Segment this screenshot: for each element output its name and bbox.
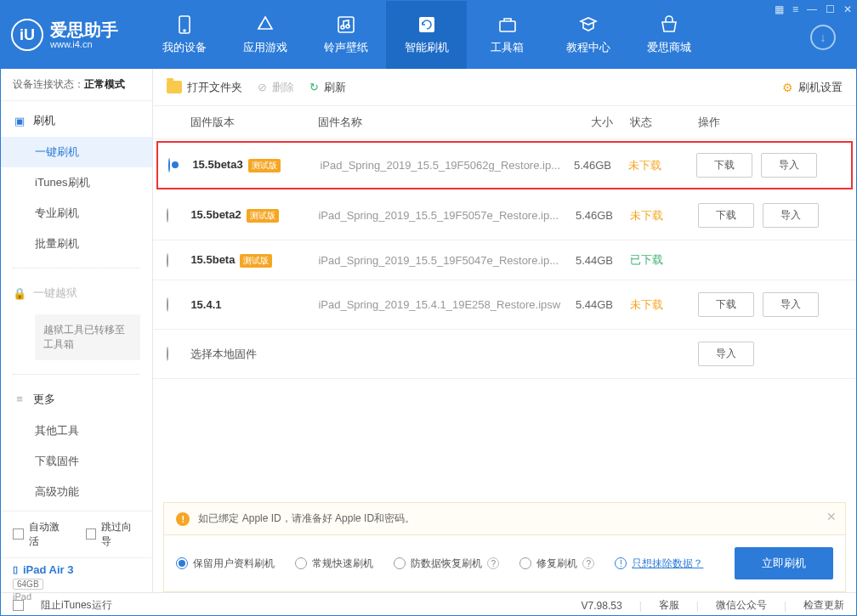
sidebar-batch[interactable]: 批量刷机 <box>1 229 152 259</box>
download-button[interactable]: 下载 <box>696 153 752 178</box>
minimize-icon[interactable]: — <box>807 3 817 15</box>
erase-link[interactable]: !只想抹除数据？ <box>615 557 703 571</box>
menu-icon[interactable]: ≡ <box>792 3 798 15</box>
row-status: 已下载 <box>630 252 698 268</box>
svg-point-1 <box>184 30 185 31</box>
more-icon: ≡ <box>13 393 26 406</box>
row-actions: 下载导入 <box>698 203 843 228</box>
th-size: 大小 <box>562 115 630 130</box>
import-button[interactable]: 导入 <box>763 203 819 228</box>
radio-icon <box>176 557 188 569</box>
row-radio[interactable] <box>167 297 168 312</box>
table-row[interactable]: 15.5beta2测试版iPad_Spring_2019_15.5_19F505… <box>153 191 856 240</box>
tab-flash[interactable]: 智能刷机 <box>386 1 467 69</box>
download-indicator[interactable]: ↓ <box>810 25 836 50</box>
gear-icon: ⚙ <box>782 81 793 94</box>
sidebar-download-fw[interactable]: 下载固件 <box>1 446 152 477</box>
service-link[interactable]: 客服 <box>659 598 679 613</box>
row-version: 15.5beta2测试版 <box>190 208 318 223</box>
sidebar-head-flash[interactable]: ▣刷机 <box>1 105 152 137</box>
flash-mode-row: 保留用户资料刷机 常规快速刷机 防数据恢复刷机? 修复刷机? !只想抹除数据？ … <box>163 535 846 592</box>
import-button[interactable]: 导入 <box>698 342 754 366</box>
check-update-link[interactable]: 检查更新 <box>803 598 844 613</box>
sidebar-oneclick[interactable]: 一键刷机 <box>1 137 152 167</box>
row-filename: iPad_Spring_2019_15.5_19F5062g_Restore.i… <box>320 159 560 172</box>
close-icon[interactable]: ✕ <box>843 3 852 15</box>
import-button[interactable]: 导入 <box>761 153 817 178</box>
mode-keep-data[interactable]: 保留用户资料刷机 <box>176 557 275 571</box>
th-action: 操作 <box>698 115 843 130</box>
tab-apps[interactable]: 应用游戏 <box>224 1 305 69</box>
table-header: 固件版本 固件名称 大小 状态 操作 <box>153 106 856 139</box>
row-radio[interactable] <box>167 253 168 268</box>
folder-icon <box>167 81 182 93</box>
row-version: 15.5beta3测试版 <box>192 158 320 172</box>
row-filename: iPad_Spring_2019_15.4.1_19E258_Restore.i… <box>318 298 562 311</box>
firmware-list: 15.5beta3测试版iPad_Spring_2019_15.5_19F506… <box>153 139 856 379</box>
mode-anti-recover[interactable]: 防数据恢复刷机? <box>394 557 499 571</box>
header: iU 爱思助手 www.i4.cn 我的设备 应用游戏 铃声壁纸 智能刷机 工具… <box>1 1 856 69</box>
flash-icon: ▣ <box>13 114 26 127</box>
table-row[interactable]: 选择本地固件导入 <box>153 330 856 379</box>
row-actions: 下载导入 <box>698 292 843 317</box>
lock-icon: 🔒 <box>13 286 26 300</box>
download-button[interactable]: 下载 <box>698 203 754 228</box>
flash-now-button[interactable]: 立即刷机 <box>735 547 833 579</box>
row-size: 5.44GB <box>562 298 630 311</box>
mode-normal[interactable]: 常规快速刷机 <box>295 557 373 571</box>
block-itunes-checkbox[interactable] <box>13 600 24 611</box>
row-version: 15.5beta测试版 <box>190 253 318 268</box>
tab-store[interactable]: 爱思商城 <box>628 1 709 69</box>
sidebar: 设备连接状态：正常模式 ▣刷机 一键刷机 iTunes刷机 专业刷机 批量刷机 … <box>1 69 153 592</box>
sidebar-advanced[interactable]: 高级功能 <box>1 477 152 507</box>
table-row[interactable]: 15.5beta3测试版iPad_Spring_2019_15.5_19F506… <box>156 141 853 189</box>
skip-guide-checkbox[interactable] <box>86 528 97 540</box>
maximize-icon[interactable]: ☐ <box>826 3 835 15</box>
device-capacity: 64GB <box>13 579 43 590</box>
tab-tutorial[interactable]: 教程中心 <box>548 1 628 69</box>
row-size: 5.44GB <box>562 254 630 267</box>
mode-repair[interactable]: 修复刷机? <box>519 557 594 571</box>
row-radio[interactable] <box>167 208 168 223</box>
row-status: 未下载 <box>628 158 696 173</box>
radio-icon <box>295 557 307 569</box>
main-panel: 打开文件夹 ⊘删除 ↻刷新 ⚙刷机设置 固件版本 固件名称 大小 状态 操作 1… <box>153 69 856 592</box>
sidebar-pro[interactable]: 专业刷机 <box>1 198 152 229</box>
th-name: 固件名称 <box>318 115 562 130</box>
open-folder-button[interactable]: 打开文件夹 <box>167 80 242 95</box>
auto-options: 自动激活 跳过向导 <box>1 511 152 557</box>
grid-icon[interactable]: ▦ <box>775 3 784 15</box>
th-version: 固件版本 <box>190 115 318 130</box>
app-url: www.i4.cn <box>50 39 118 49</box>
import-button[interactable]: 导入 <box>763 292 819 317</box>
flash-settings-button[interactable]: ⚙刷机设置 <box>782 80 843 95</box>
help-icon[interactable]: ? <box>487 557 499 569</box>
tab-device[interactable]: 我的设备 <box>144 1 224 69</box>
svg-rect-5 <box>419 17 434 32</box>
auto-activate-checkbox[interactable] <box>13 528 24 540</box>
row-version: 15.4.1 <box>190 298 318 311</box>
row-size: 5.46GB <box>560 159 628 172</box>
app-name: 爱思助手 <box>50 20 118 39</box>
sidebar-head-more[interactable]: ≡更多 <box>1 383 152 415</box>
help-icon[interactable]: ? <box>582 557 594 569</box>
row-status: 未下载 <box>630 208 698 223</box>
version-label: V7.98.53 <box>582 600 622 612</box>
nav-tabs: 我的设备 应用游戏 铃声壁纸 智能刷机 工具箱 教程中心 爱思商城 <box>144 1 709 69</box>
sidebar-other-tools[interactable]: 其他工具 <box>1 415 152 446</box>
refresh-button[interactable]: ↻刷新 <box>309 80 346 95</box>
notice-close-icon[interactable]: ✕ <box>826 510 837 523</box>
table-row[interactable]: 15.5beta测试版iPad_Spring_2019_15.5_19F5047… <box>153 240 856 280</box>
tab-tools[interactable]: 工具箱 <box>467 1 548 69</box>
table-row[interactable]: 15.4.1iPad_Spring_2019_15.4.1_19E258_Res… <box>153 280 856 330</box>
row-radio[interactable] <box>168 158 170 172</box>
download-button[interactable]: 下载 <box>698 292 754 317</box>
wechat-link[interactable]: 微信公众号 <box>716 598 767 613</box>
sidebar-itunes[interactable]: iTunes刷机 <box>1 167 152 198</box>
window-controls: ▦ ≡ — ☐ ✕ <box>775 3 852 15</box>
device-icon: ▯ <box>13 564 18 575</box>
row-radio[interactable] <box>167 347 168 361</box>
row-filename: iPad_Spring_2019_15.5_19F5047e_Restore.i… <box>318 254 562 267</box>
toolbar: 打开文件夹 ⊘删除 ↻刷新 ⚙刷机设置 <box>153 69 856 106</box>
tab-ringtone[interactable]: 铃声壁纸 <box>305 1 386 69</box>
